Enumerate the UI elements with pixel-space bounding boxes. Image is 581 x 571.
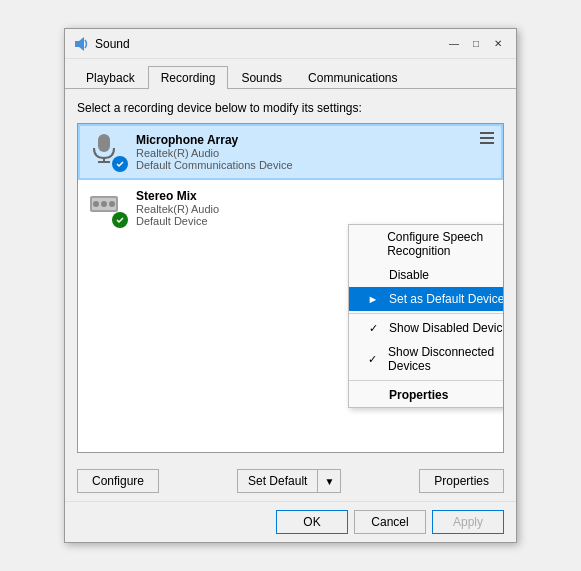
properties-button[interactable]: Properties [419, 469, 504, 493]
check-show-disconnected: ✓ [365, 353, 380, 366]
svg-rect-0 [75, 41, 79, 47]
badge-blue [112, 156, 128, 172]
bottom-buttons: Configure Set Default ▼ Properties [65, 461, 516, 501]
set-default-label: Set as Default Device [389, 292, 504, 306]
footer: OK Cancel Apply [65, 501, 516, 542]
device-list[interactable]: Microphone Array Realtek(R) Audio Defaul… [77, 123, 504, 453]
maximize-button[interactable]: □ [466, 34, 486, 54]
context-menu-configure[interactable]: Configure Speech Recognition [349, 225, 504, 263]
context-menu-divider [349, 313, 504, 314]
tab-playback[interactable]: Playback [73, 66, 148, 89]
set-default-dropdown-button[interactable]: ▼ [317, 469, 341, 493]
device-info-microphone: Microphone Array Realtek(R) Audio Defaul… [136, 133, 493, 171]
device-info-stereo: Stereo Mix Realtek(R) Audio Default Devi… [136, 189, 493, 227]
device-driver-stereo: Realtek(R) Audio [136, 203, 493, 215]
cancel-button[interactable]: Cancel [354, 510, 426, 534]
sound-dialog: Sound — □ ✕ Playback Recording Sounds Co… [64, 28, 517, 543]
set-default-group: Set Default ▼ [237, 469, 341, 493]
tab-bar: Playback Recording Sounds Communications [65, 59, 516, 89]
show-disconnected-label: Show Disconnected Devices [388, 345, 504, 373]
context-menu-divider2 [349, 380, 504, 381]
close-button[interactable]: ✕ [488, 34, 508, 54]
tab-content: Select a recording device below to modif… [65, 89, 516, 461]
device-name-stereo: Stereo Mix [136, 189, 493, 203]
list-menu-icon[interactable] [477, 130, 497, 146]
context-menu-properties[interactable]: Properties [349, 383, 504, 407]
show-disabled-label: Show Disabled Devices [389, 321, 504, 335]
context-menu-show-disabled[interactable]: ✓ Show Disabled Devices [349, 316, 504, 340]
svg-marker-1 [79, 37, 84, 51]
disable-label: Disable [389, 268, 429, 282]
svg-point-9 [109, 201, 115, 207]
check-show-disabled: ✓ [365, 322, 381, 335]
titlebar: Sound — □ ✕ [65, 29, 516, 59]
configure-button[interactable]: Configure [77, 469, 159, 493]
context-menu-set-default[interactable]: ► Set as Default Device [349, 287, 504, 311]
configure-label: Configure Speech Recognition [387, 230, 504, 258]
speaker-icon [73, 36, 89, 52]
tab-communications[interactable]: Communications [295, 66, 410, 89]
device-status-microphone: Default Communications Device [136, 159, 493, 171]
svg-rect-2 [98, 134, 110, 152]
tab-sounds[interactable]: Sounds [228, 66, 295, 89]
microphone-icon-container [88, 132, 128, 172]
window-controls: — □ ✕ [444, 34, 508, 54]
context-menu: Configure Speech Recognition Disable ► S… [348, 224, 504, 408]
apply-button[interactable]: Apply [432, 510, 504, 534]
minimize-button[interactable]: — [444, 34, 464, 54]
check-set-default: ► [365, 293, 381, 305]
properties-context-label: Properties [389, 388, 448, 402]
instruction-text: Select a recording device below to modif… [77, 101, 504, 115]
svg-point-8 [101, 201, 107, 207]
stereo-mix-icon-container [88, 188, 128, 228]
context-menu-show-disconnected[interactable]: ✓ Show Disconnected Devices [349, 340, 504, 378]
svg-point-7 [93, 201, 99, 207]
tab-recording[interactable]: Recording [148, 66, 229, 89]
device-name-microphone: Microphone Array [136, 133, 493, 147]
device-item-microphone[interactable]: Microphone Array Realtek(R) Audio Defaul… [78, 124, 503, 180]
window-title: Sound [95, 37, 444, 51]
device-driver-microphone: Realtek(R) Audio [136, 147, 493, 159]
context-menu-disable[interactable]: Disable [349, 263, 504, 287]
set-default-button[interactable]: Set Default [237, 469, 317, 493]
badge-green [112, 212, 128, 228]
ok-button[interactable]: OK [276, 510, 348, 534]
